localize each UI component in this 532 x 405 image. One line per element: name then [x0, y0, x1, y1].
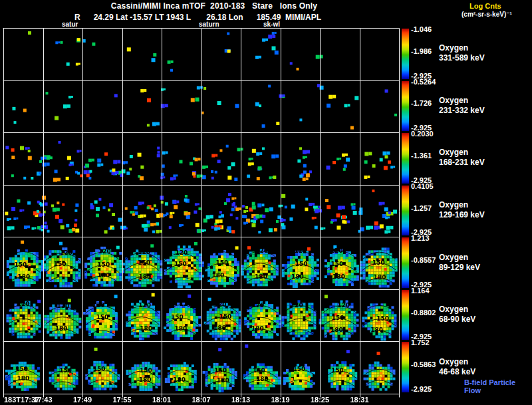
- channel-label: Oxygen231-332 keV: [439, 96, 485, 116]
- colorbar-max-label: 1.213: [411, 234, 430, 242]
- channel-label: Oxygen68-90 keV: [439, 305, 475, 325]
- bfield-flow-label: B-field Particle Flow: [464, 378, 532, 394]
- pointing-target-label: satur: [62, 21, 78, 28]
- time-tick-label: 18:31: [350, 396, 368, 404]
- colorbar: [402, 290, 409, 340]
- channel-species: Oxygen: [439, 253, 480, 263]
- colorbar-mid-label: -0.5863: [411, 360, 436, 368]
- colorbar-mid-label: -1.986: [411, 47, 432, 55]
- channel-energy: 89-129 keV: [439, 263, 480, 273]
- channel-species: Oxygen: [439, 200, 485, 210]
- channel-species: Oxygen: [439, 43, 485, 53]
- spectrogram-canvas: [3, 28, 400, 398]
- page-title: Cassini/MIMI Inca mTOF 2010-183 Stare Io…: [0, 1, 428, 11]
- channel-species: Oxygen: [439, 357, 475, 367]
- colorbar-mid-label: -1.257: [411, 204, 432, 212]
- colorbar-mid-label: -1.726: [411, 99, 432, 107]
- time-tick-label: 18:07: [192, 396, 210, 404]
- time-tick-label: 18:19: [271, 396, 289, 404]
- colorbar-max-label: 0.4105: [411, 182, 434, 190]
- colorbar: [402, 186, 409, 236]
- channel-energy: 231-332 keV: [439, 106, 485, 116]
- colorbar: [402, 29, 409, 79]
- channel-energy: 46-68 keV: [439, 367, 475, 377]
- time-tick-label: 18:25: [311, 396, 329, 404]
- colorbar-max-label: -1.046: [411, 25, 432, 33]
- channel-label: Oxygen46-68 keV: [439, 357, 475, 377]
- colorbar-max-label: 0.2030: [411, 130, 434, 138]
- colorbar-mid-label: -1.361: [411, 152, 432, 160]
- colorbar-units-label: (cm²-sr-s-keV)⁻¹: [462, 11, 512, 18]
- channel-energy: 331-589 keV: [439, 53, 485, 63]
- time-tick-label: 18:01: [152, 396, 171, 404]
- colorbar-max-label: 1.164: [411, 287, 430, 295]
- spectrogram-screen: Cassini/MIMI Inca mTOF 2010-183 Stare Io…: [0, 0, 532, 405]
- channel-label: Oxygen129-169 keV: [439, 200, 485, 220]
- time-axis: 183T17:3717:4317:4917:5518:0118:0718:131…: [0, 396, 532, 405]
- time-tick-label: 18:13: [231, 396, 250, 404]
- channel-species: Oxygen: [439, 96, 485, 106]
- pointing-target-label: saturn: [199, 21, 219, 28]
- channel-energy: 68-90 keV: [439, 315, 475, 325]
- colorbar: [402, 81, 409, 132]
- colorbar-max-label: -0.5264: [411, 78, 436, 86]
- colorbar-mid-label: -0.8802: [411, 309, 436, 317]
- time-tick-label: 17:43: [33, 396, 52, 404]
- ephemeris-line: R 24.29 Lat -15.57 LT 1943 L 26.18 Lon 1…: [74, 13, 321, 22]
- channel-label: Oxygen168-231 keV: [439, 148, 485, 168]
- colorbar-min-label: -2.925: [411, 385, 432, 393]
- pointing-target-label: sk-wl: [263, 21, 280, 28]
- colorbar: [402, 237, 409, 288]
- channel-label: Oxygen331-589 keV: [439, 43, 485, 63]
- colorbar-max-label: 1.752: [411, 338, 430, 346]
- channel-energy: 168-231 keV: [439, 158, 485, 168]
- colorbar-mid-label: -0.8557: [411, 256, 436, 264]
- channel-label: Oxygen89-129 keV: [439, 253, 480, 273]
- time-tick-label: 17:49: [73, 396, 92, 404]
- time-tick-label: 17:55: [112, 396, 131, 404]
- colorbar: [402, 133, 409, 184]
- channel-energy: 129-169 keV: [439, 210, 485, 220]
- colorbar: [402, 342, 409, 392]
- channel-species: Oxygen: [439, 148, 485, 158]
- colorbar-units-title: Log Cnts: [469, 2, 501, 10]
- channel-species: Oxygen: [439, 305, 475, 315]
